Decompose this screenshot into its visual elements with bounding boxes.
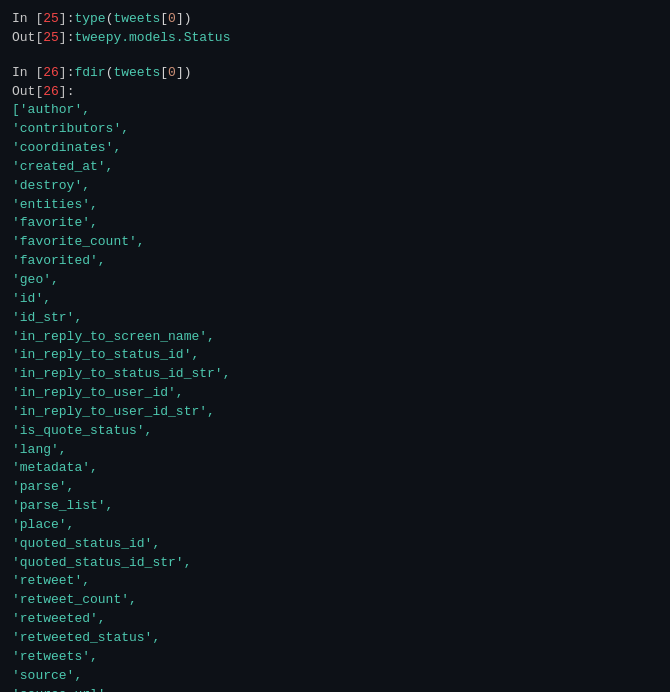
out-bracket-26: ]: <box>59 83 75 102</box>
in-bracket-25: ]: <box>59 10 75 29</box>
output-block-26: ['author', 'contributors', 'coordinates'… <box>12 101 658 692</box>
input-prompt-25: In [25]: type(tweets[0]) <box>12 10 658 29</box>
output-line-11: 'id_str', <box>12 310 82 325</box>
in-label-26: In [ <box>12 64 43 83</box>
out-bracket-25: ]: <box>59 29 75 48</box>
output-line-29: 'retweets', <box>12 649 98 664</box>
output-prompt-25: Out[25]: tweepy.models.Status <box>12 29 658 48</box>
output-prompt-26: Out[26]: <box>12 83 658 102</box>
code-bracket-25: [ <box>160 10 168 29</box>
output-line-9: 'geo', <box>12 272 59 287</box>
output-line-30: 'source', <box>12 668 82 683</box>
output-value-25: tweepy.models.Status <box>74 29 230 48</box>
output-line-7: 'favorite_count', <box>12 234 145 249</box>
code-parens-open-25: ( <box>106 10 114 29</box>
cell-25: In [25]: type(tweets[0]) Out[25]: tweepy… <box>12 10 658 48</box>
output-line-28: 'retweeted_status', <box>12 630 160 645</box>
output-line-1: 'contributors', <box>12 121 129 136</box>
code-bracket-close-25: ]) <box>176 10 192 29</box>
code-arg-26: tweets <box>113 64 160 83</box>
in-label-25: In [ <box>12 10 43 29</box>
output-line-12: 'in_reply_to_screen_name', <box>12 329 215 344</box>
output-line-8: 'favorited', <box>12 253 106 268</box>
output-line-13: 'in_reply_to_status_id', <box>12 347 199 362</box>
output-line-10: 'id', <box>12 291 51 306</box>
code-func-26: fdir <box>74 64 105 83</box>
output-line-2: 'coordinates', <box>12 140 121 155</box>
in-number-25: 25 <box>43 10 59 29</box>
cell-26: In [26]: fdir(tweets[0]) Out[26]: ['auth… <box>12 64 658 692</box>
notebook-container: In [25]: type(tweets[0]) Out[25]: tweepy… <box>12 10 658 692</box>
output-line-24: 'quoted_status_id_str', <box>12 555 191 570</box>
code-bracket-26b: ]) <box>176 64 192 83</box>
out-number-26: 26 <box>43 83 59 102</box>
output-line-22: 'place', <box>12 517 74 532</box>
output-line-0: ['author', <box>12 102 90 117</box>
in-bracket-26: ]: <box>59 64 75 83</box>
input-prompt-26: In [26]: fdir(tweets[0]) <box>12 64 658 83</box>
output-line-4: 'destroy', <box>12 178 90 193</box>
output-line-16: 'in_reply_to_user_id_str', <box>12 404 215 419</box>
output-line-20: 'parse', <box>12 479 74 494</box>
output-line-27: 'retweeted', <box>12 611 106 626</box>
output-line-17: 'is_quote_status', <box>12 423 152 438</box>
output-line-3: 'created_at', <box>12 159 113 174</box>
out-label-26: Out[ <box>12 83 43 102</box>
code-index-26: 0 <box>168 64 176 83</box>
output-line-14: 'in_reply_to_status_id_str', <box>12 366 230 381</box>
output-line-25: 'retweet', <box>12 573 90 588</box>
out-number-25: 25 <box>43 29 59 48</box>
code-parens-open-26: ( <box>106 64 114 83</box>
output-line-26: 'retweet_count', <box>12 592 137 607</box>
code-bracket-26a: [ <box>160 64 168 83</box>
code-func-25: type <box>74 10 105 29</box>
output-line-31: 'source_url', <box>12 687 113 692</box>
output-line-5: 'entities', <box>12 197 98 212</box>
output-line-21: 'parse_list', <box>12 498 113 513</box>
output-line-18: 'lang', <box>12 442 67 457</box>
code-arg-25: tweets <box>113 10 160 29</box>
output-line-6: 'favorite', <box>12 215 98 230</box>
cell-spacer <box>12 54 658 64</box>
out-label-25: Out[ <box>12 29 43 48</box>
output-line-23: 'quoted_status_id', <box>12 536 160 551</box>
output-line-15: 'in_reply_to_user_id', <box>12 385 184 400</box>
in-number-26: 26 <box>43 64 59 83</box>
code-index-25: 0 <box>168 10 176 29</box>
output-line-19: 'metadata', <box>12 460 98 475</box>
